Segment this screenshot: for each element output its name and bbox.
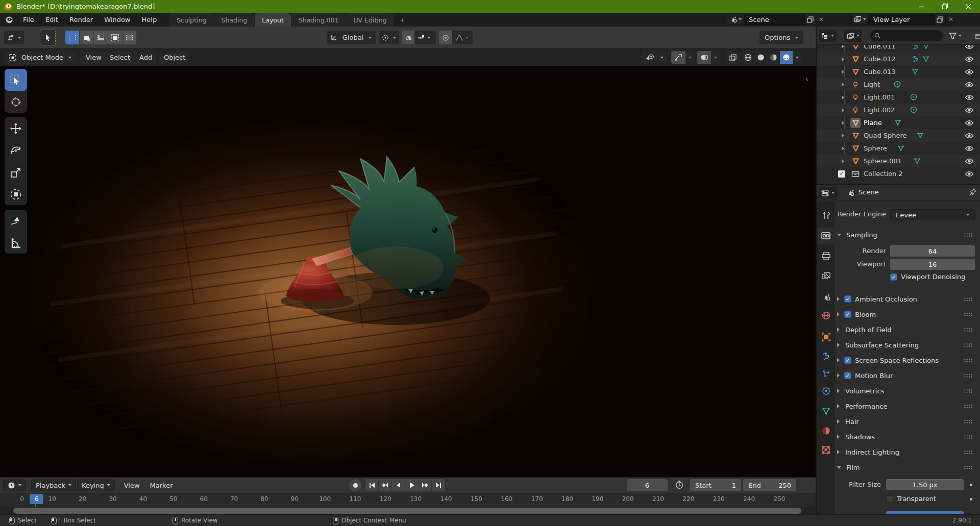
use-preview-range-button[interactable] bbox=[675, 480, 684, 489]
select-mode-new[interactable] bbox=[65, 31, 80, 44]
expand-arrow-icon[interactable] bbox=[842, 70, 844, 74]
menu-edit[interactable]: Edit bbox=[40, 13, 64, 27]
ssr-checkbox[interactable] bbox=[844, 357, 851, 364]
proportional-editing-toggle[interactable] bbox=[439, 31, 452, 44]
playback-menu[interactable]: Playback bbox=[31, 480, 76, 491]
prev-frame-button[interactable] bbox=[392, 479, 405, 491]
outliner-row-sphere[interactable]: Sphere bbox=[817, 142, 980, 155]
mode-dropdown[interactable]: Object Mode bbox=[4, 51, 77, 64]
prev-keyframe-button[interactable] bbox=[379, 479, 392, 491]
tab-object-data[interactable] bbox=[817, 403, 835, 419]
outliner-row-cube-011[interactable]: Cube.011 bbox=[817, 45, 980, 53]
panel-performance[interactable]: Performance bbox=[835, 399, 980, 413]
select-mode-extend[interactable] bbox=[80, 31, 94, 44]
hide-eye-icon[interactable] bbox=[965, 56, 974, 62]
playhead-current-frame[interactable]: 6 bbox=[30, 494, 43, 504]
render-engine-dropdown[interactable]: Eevee bbox=[890, 209, 975, 220]
animate-property-dot[interactable] bbox=[970, 484, 972, 486]
properties-editor-type-button[interactable] bbox=[819, 187, 837, 199]
viewport-denoising-checkbox[interactable] bbox=[890, 273, 897, 281]
tab-object[interactable] bbox=[817, 329, 835, 345]
sampling-render-field[interactable]: 64 bbox=[890, 245, 975, 257]
options-dropdown[interactable]: Options bbox=[760, 31, 803, 44]
view-layer-remove-button[interactable]: ✕ bbox=[946, 16, 956, 23]
filter-size-field[interactable]: 1.50 px bbox=[886, 479, 964, 490]
ambient-occlusion-checkbox[interactable] bbox=[844, 295, 851, 303]
hide-eye-icon[interactable] bbox=[965, 107, 974, 113]
select-mode-invert[interactable] bbox=[108, 31, 122, 44]
menu-help[interactable]: Help bbox=[136, 13, 163, 27]
outliner-display-mode-button[interactable] bbox=[819, 30, 837, 42]
panel-sampling[interactable]: Sampling bbox=[835, 228, 980, 242]
tab-texture[interactable] bbox=[817, 442, 835, 458]
overlays-caret[interactable] bbox=[711, 51, 720, 64]
tool-cursor-button[interactable] bbox=[5, 91, 27, 113]
viewport-denoising-row[interactable]: Viewport Denoising bbox=[890, 273, 965, 281]
show-object-types-button[interactable] bbox=[642, 51, 657, 64]
outliner-filter-source-button[interactable] bbox=[844, 30, 862, 42]
outliner-row-light[interactable]: Light bbox=[817, 78, 980, 91]
viewport-3d[interactable]: Object Mode View Select Add Object bbox=[0, 48, 816, 477]
panel-film[interactable]: Film bbox=[835, 460, 980, 474]
tab-layout[interactable]: Layout bbox=[255, 13, 291, 27]
snap-toggle[interactable] bbox=[402, 31, 414, 44]
tab-material[interactable] bbox=[817, 422, 835, 439]
frame-start-field[interactable]: Start1 bbox=[690, 479, 741, 491]
expand-arrow-icon[interactable] bbox=[842, 159, 844, 163]
transparent-checkbox[interactable] bbox=[886, 495, 893, 503]
panel-volumetrics[interactable]: Volumetrics bbox=[835, 384, 980, 398]
view-layer-browse-button[interactable] bbox=[851, 14, 869, 25]
add-workspace-button[interactable]: + bbox=[395, 13, 410, 27]
shading-caret[interactable] bbox=[793, 51, 801, 64]
shading-material-button[interactable] bbox=[767, 51, 780, 64]
expand-arrow-icon[interactable] bbox=[842, 108, 844, 112]
hide-eye-icon[interactable] bbox=[965, 171, 974, 177]
pivot-point-dropdown[interactable] bbox=[379, 31, 399, 44]
motion-blur-checkbox[interactable] bbox=[844, 372, 851, 379]
outliner-row-quad-sphere[interactable]: Quad Sphere bbox=[817, 129, 980, 142]
new-collection-button[interactable] bbox=[973, 30, 980, 42]
frame-end-field[interactable]: End250 bbox=[743, 479, 796, 491]
menu-render[interactable]: Render bbox=[64, 13, 99, 27]
tool-measure-button[interactable] bbox=[5, 232, 27, 254]
hide-eye-icon[interactable] bbox=[965, 145, 974, 152]
outliner-filter-button[interactable] bbox=[946, 30, 964, 42]
play-button[interactable] bbox=[405, 479, 419, 491]
hide-eye-icon[interactable] bbox=[965, 120, 974, 126]
shading-wireframe-button[interactable] bbox=[742, 51, 754, 64]
expand-arrow-icon[interactable] bbox=[842, 146, 844, 151]
gizmos-caret[interactable] bbox=[685, 51, 695, 64]
expand-arrow-icon[interactable] bbox=[842, 83, 844, 87]
current-frame-field[interactable]: 6 bbox=[627, 479, 668, 491]
panel-depth-of-field[interactable]: Depth of Field bbox=[835, 322, 980, 337]
transparent-row[interactable]: Transparent bbox=[886, 495, 936, 503]
tool-transform-button[interactable] bbox=[5, 183, 27, 205]
tab-modifiers[interactable] bbox=[817, 348, 835, 364]
outliner-row-collection-2[interactable]: ✓ Collection 2 bbox=[817, 167, 980, 180]
scene-browse-button[interactable] bbox=[727, 14, 744, 25]
viewport-menu-object[interactable]: Object bbox=[159, 51, 190, 64]
hide-eye-icon[interactable] bbox=[965, 133, 974, 139]
tab-tool[interactable] bbox=[817, 207, 835, 223]
view-layer-copy-button[interactable] bbox=[934, 14, 946, 25]
view-layer-name-field[interactable]: View Layer bbox=[869, 14, 934, 25]
timeline-view-menu[interactable]: View bbox=[119, 482, 145, 489]
timeline-scrollbar-handle[interactable] bbox=[13, 508, 801, 514]
animate-property-dot[interactable] bbox=[970, 498, 972, 500]
panel-bloom[interactable]: Bloom bbox=[835, 307, 980, 321]
tab-render[interactable] bbox=[817, 228, 835, 244]
tab-world[interactable] bbox=[817, 307, 835, 323]
expand-arrow-icon[interactable] bbox=[842, 95, 844, 99]
show-gizmo-button[interactable] bbox=[671, 51, 685, 64]
expand-arrow-icon[interactable] bbox=[842, 45, 844, 48]
scene-copy-button[interactable] bbox=[804, 14, 816, 25]
active-tool-select-box[interactable] bbox=[40, 30, 56, 45]
collection-checkbox[interactable]: ✓ bbox=[838, 170, 845, 178]
transform-orientation-dropdown[interactable]: Global bbox=[327, 31, 376, 44]
menu-file[interactable]: File bbox=[17, 13, 40, 27]
outliner-row-light-001[interactable]: Light.001 bbox=[817, 91, 980, 104]
expand-arrow-icon[interactable] bbox=[842, 57, 844, 61]
hide-eye-icon[interactable] bbox=[965, 69, 974, 75]
hide-eye-icon[interactable] bbox=[965, 45, 974, 49]
keying-menu[interactable]: Keying bbox=[77, 480, 115, 491]
